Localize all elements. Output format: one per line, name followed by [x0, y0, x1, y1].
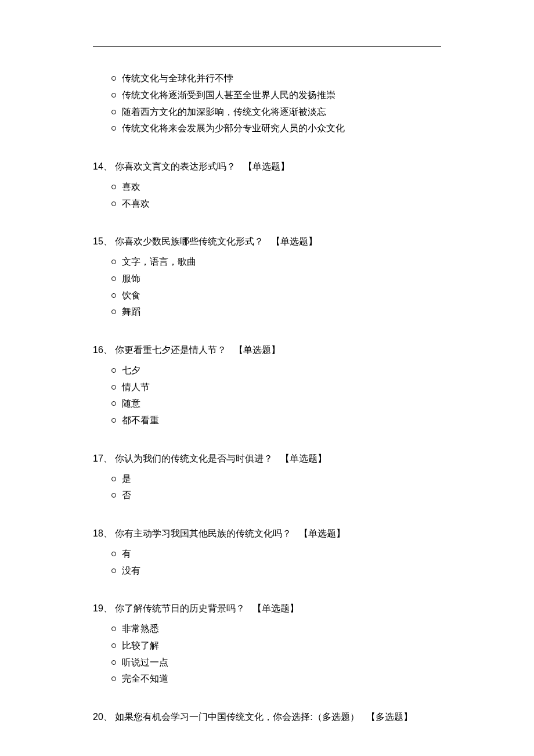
option-item[interactable]: 舞蹈 [109, 304, 441, 321]
question-text: 你有主动学习我国其他民族的传统文化吗？ [115, 528, 291, 538]
question-block-14: 14、 你喜欢文言文的表达形式吗？ 【单选题】 [93, 159, 441, 174]
question-number: 15、 [93, 236, 113, 246]
option-item[interactable]: 都不看重 [109, 412, 441, 429]
question-number: 19、 [93, 603, 113, 613]
option-item[interactable]: 传统文化将来会发展为少部分专业研究人员的小众文化 [109, 120, 441, 137]
option-item[interactable]: 文字，语言，歌曲 [109, 254, 441, 271]
options-list-13: 传统文化与全球化并行不悖 传统文化将逐渐受到国人甚至全世界人民的发扬推崇 随着西… [109, 70, 441, 137]
question-block-20: 20、 如果您有机会学习一门中国传统文化，你会选择:（多选题） 【多选题】 [93, 710, 441, 725]
options-list-18: 有 没有 [109, 546, 441, 579]
question-text: 你喜欢少数民族哪些传统文化形式？ [115, 236, 264, 246]
question-text: 你喜欢文言文的表达形式吗？ [115, 161, 236, 171]
options-list-19: 非常熟悉 比较了解 听说过一点 完全不知道 [109, 621, 441, 687]
question-text: 你了解传统节日的历史背景吗？ [115, 603, 245, 613]
option-item[interactable]: 没有 [109, 563, 441, 579]
question-block-18: 18、 你有主动学习我国其他民族的传统文化吗？ 【单选题】 [93, 526, 441, 541]
option-item[interactable]: 随着西方文化的加深影响，传统文化将逐渐被淡忘 [109, 104, 441, 121]
question-type-tag: 【单选题】 [243, 161, 290, 171]
page-content: 传统文化与全球化并行不悖 传统文化将逐渐受到国人甚至全世界人民的发扬推崇 随着西… [0, 0, 534, 756]
option-item[interactable]: 传统文化与全球化并行不悖 [109, 70, 441, 87]
option-item[interactable]: 是 [109, 471, 441, 488]
option-item[interactable]: 情人节 [109, 379, 441, 396]
option-item[interactable]: 有 [109, 546, 441, 563]
question-text: 如果您有机会学习一门中国传统文化，你会选择:（多选题） [115, 712, 359, 722]
option-item[interactable]: 听说过一点 [109, 654, 441, 671]
options-list-14: 喜欢 不喜欢 [109, 179, 441, 213]
options-list-15: 文字，语言，歌曲 服饰 饮食 舞蹈 [109, 254, 441, 321]
option-item[interactable]: 七夕 [109, 362, 441, 379]
question-block-16: 16、 你更看重七夕还是情人节？ 【单选题】 [93, 343, 441, 358]
question-number: 14、 [93, 161, 113, 171]
question-number: 18、 [93, 528, 113, 538]
question-block-19: 19、 你了解传统节日的历史背景吗？ 【单选题】 [93, 601, 441, 616]
option-item[interactable]: 传统文化将逐渐受到国人甚至全世界人民的发扬推崇 [109, 87, 441, 104]
option-item[interactable]: 服饰 [109, 271, 441, 287]
option-item[interactable]: 饮食 [109, 287, 441, 304]
option-item[interactable]: 喜欢 [109, 179, 441, 196]
options-list-17: 是 否 [109, 471, 441, 505]
top-rule [93, 46, 441, 47]
option-item[interactable]: 比较了解 [109, 638, 441, 654]
question-block-17: 17、 你认为我们的传统文化是否与时俱进？ 【单选题】 [93, 451, 441, 466]
option-item[interactable]: 非常熟悉 [109, 621, 441, 638]
option-item[interactable]: 随意 [109, 395, 441, 412]
question-type-tag: 【单选题】 [252, 603, 299, 613]
question-number: 17、 [93, 453, 113, 463]
question-text: 你更看重七夕还是情人节？ [115, 345, 226, 355]
question-block-13: 传统文化与全球化并行不悖 传统文化将逐渐受到国人甚至全世界人民的发扬推崇 随着西… [93, 70, 441, 137]
question-type-tag: 【多选题】 [366, 712, 413, 722]
options-list-16: 七夕 情人节 随意 都不看重 [109, 362, 441, 429]
question-block-15: 15、 你喜欢少数民族哪些传统文化形式？ 【单选题】 [93, 234, 441, 249]
option-item[interactable]: 完全不知道 [109, 671, 441, 687]
question-type-tag: 【单选题】 [299, 528, 345, 538]
question-text: 你认为我们的传统文化是否与时俱进？ [115, 453, 273, 463]
option-item[interactable]: 不喜欢 [109, 196, 441, 213]
option-item[interactable]: 否 [109, 487, 441, 504]
question-type-tag: 【单选题】 [280, 453, 327, 463]
question-type-tag: 【单选题】 [234, 345, 280, 355]
question-number: 16、 [93, 345, 113, 355]
question-type-tag: 【单选题】 [271, 236, 317, 246]
question-number: 20、 [93, 712, 113, 722]
